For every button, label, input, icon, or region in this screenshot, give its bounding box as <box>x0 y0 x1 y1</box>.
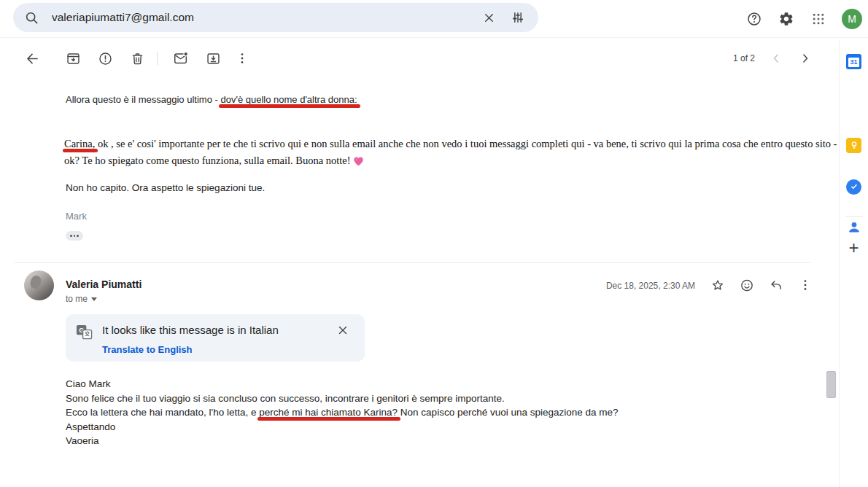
recipient-details-toggle[interactable]: to me <box>66 294 97 304</box>
translate-to-english-link[interactable]: Translate to English <box>102 344 193 355</box>
close-icon[interactable] <box>336 323 350 338</box>
older-chevron-right-icon[interactable] <box>795 48 815 69</box>
message1-paragraph3: Non ho capito. Ora aspetto le spiegazion… <box>66 182 265 193</box>
clear-search-icon[interactable] <box>480 9 497 26</box>
translate-banner-title: It looks like this message is in Italian <box>102 324 279 336</box>
red-underline-annotation: dov'è quello nome d'altra donna: <box>220 94 357 105</box>
gmail-app: M 1 of 2 <box>0 0 868 487</box>
sender-name: Valeria Piumatti <box>66 278 142 290</box>
contacts-icon[interactable] <box>844 217 864 238</box>
delete-icon[interactable] <box>127 48 147 69</box>
top-right-actions: M <box>745 0 868 38</box>
scrollbar-thumb[interactable] <box>826 371 836 398</box>
show-trimmed-content-button[interactable] <box>66 231 83 241</box>
message-date: Dec 18, 2025, 2:30 AM <box>576 281 695 291</box>
search-input[interactable] <box>52 11 480 24</box>
red-underline-annotation: perché mi hai chiamato Karina? <box>259 407 398 418</box>
message2-body: Ciao Mark Sono felice che il tuo viaggio… <box>66 377 619 448</box>
translate-banner: G It looks like this message is in Itali… <box>66 314 365 362</box>
back-icon[interactable] <box>22 48 42 69</box>
get-addons-plus-icon[interactable]: + <box>844 238 864 258</box>
page-indicator: 1 of 2 <box>718 53 770 63</box>
newer-chevron-left-icon[interactable] <box>766 48 786 69</box>
calendar-icon[interactable]: 31 <box>844 51 864 71</box>
reply-icon[interactable] <box>769 278 783 292</box>
move-to-icon[interactable] <box>203 48 223 69</box>
message1-signature: Mark <box>66 211 87 222</box>
search-bar <box>13 3 538 32</box>
email-toolbar: 1 of 2 <box>0 41 837 76</box>
toolbar-divider <box>157 52 158 65</box>
top-bar: M <box>0 0 868 38</box>
archive-icon[interactable] <box>63 48 83 69</box>
companion-sidebar: 31 + <box>839 41 868 487</box>
emoji-reaction-icon[interactable] <box>740 278 754 292</box>
report-spam-icon[interactable] <box>95 48 115 69</box>
sidebar-divider <box>845 216 863 217</box>
keep-icon[interactable] <box>844 135 864 155</box>
tasks-icon[interactable] <box>844 176 864 197</box>
mark-unread-icon[interactable] <box>171 48 191 69</box>
chevron-down-icon <box>91 297 97 301</box>
more-options-icon[interactable] <box>232 48 252 69</box>
red-underline-annotation: Carina, <box>64 138 95 149</box>
search-options-tune-icon[interactable] <box>509 9 527 26</box>
sender-avatar[interactable] <box>24 270 54 300</box>
account-avatar[interactable]: M <box>842 9 862 29</box>
star-icon[interactable] <box>710 278 725 292</box>
google-apps-icon[interactable] <box>810 10 827 28</box>
message-more-icon[interactable] <box>798 278 813 292</box>
heart-emoji <box>353 156 364 166</box>
message1-paragraph2: Carina, ok , se e' cosi' importante per … <box>64 136 837 169</box>
message1-paragraph1: Allora questo è il messaggio ultimo - do… <box>66 94 357 105</box>
settings-gear-icon[interactable] <box>778 10 795 28</box>
translate-icon: G <box>76 323 93 343</box>
help-icon[interactable] <box>745 10 763 28</box>
message-divider <box>15 262 811 263</box>
search-icon[interactable] <box>24 10 39 26</box>
